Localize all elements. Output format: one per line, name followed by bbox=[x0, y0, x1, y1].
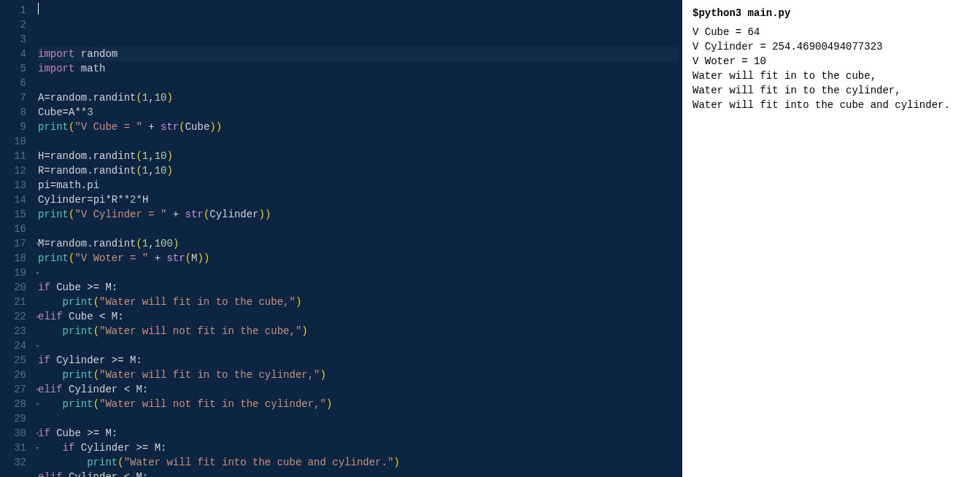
code-line[interactable]: R=random.randint(1,10) bbox=[38, 163, 678, 178]
line-number: 5 bbox=[0, 61, 34, 76]
code-line[interactable]: if Cylinder >= M: bbox=[38, 353, 678, 368]
code-line[interactable]: print("Water will not fit in the cylinde… bbox=[38, 397, 678, 411]
line-number: 3 bbox=[0, 32, 34, 47]
code-line[interactable]: if Cube >= M: bbox=[38, 280, 678, 295]
line-number: 23 bbox=[0, 324, 34, 338]
line-number: 25 bbox=[0, 353, 34, 368]
output-line: V Cube = 64 bbox=[692, 25, 970, 39]
line-number: 7 bbox=[0, 90, 34, 105]
code-line[interactable] bbox=[38, 411, 678, 426]
code-editor[interactable]: 1234567891011121314151617181920212223242… bbox=[0, 0, 682, 477]
line-number: 22 bbox=[0, 309, 34, 324]
terminal-output[interactable]: $python3 main.py V Cube = 64V Cylinder =… bbox=[682, 0, 980, 477]
code-line[interactable] bbox=[38, 222, 678, 236]
code-line[interactable]: M=random.randint(1,100) bbox=[38, 236, 678, 251]
code-line[interactable]: print("Water will fit in to the cylinder… bbox=[38, 368, 678, 382]
line-number: 16 bbox=[0, 222, 34, 236]
code-line[interactable]: H=random.randint(1,10) bbox=[38, 149, 678, 163]
line-number: 29 bbox=[0, 411, 34, 426]
line-number: 2 bbox=[0, 18, 34, 32]
line-number: 27 bbox=[0, 382, 34, 397]
terminal-lines: V Cube = 64V Cylinder = 254.469004940773… bbox=[692, 25, 970, 112]
line-number: 13 bbox=[0, 178, 34, 193]
text-cursor bbox=[38, 3, 39, 15]
code-line[interactable] bbox=[38, 338, 678, 353]
line-number: 12 bbox=[0, 163, 34, 178]
line-number: 30 bbox=[0, 426, 34, 441]
code-line[interactable]: print("Water will fit into the cube and … bbox=[38, 455, 678, 470]
code-line[interactable]: if Cube >= M: bbox=[38, 426, 678, 441]
line-number: 24 bbox=[0, 338, 34, 353]
code-line[interactable]: A=random.randint(1,10) bbox=[38, 90, 678, 105]
code-line[interactable]: Cube=A**3 bbox=[38, 105, 678, 120]
code-line[interactable]: if Cylinder >= M: bbox=[38, 441, 678, 455]
code-line[interactable]: print("V Cube = " + str(Cube)) bbox=[38, 120, 678, 134]
line-number: 14 bbox=[0, 193, 34, 207]
line-number: 21 bbox=[0, 295, 34, 309]
line-number: 4 bbox=[0, 47, 34, 61]
output-line: Water will fit in to the cylinder, bbox=[692, 83, 970, 98]
output-line: Water will fit into the cube and cylinde… bbox=[692, 98, 970, 112]
terminal-command: $python3 main.py bbox=[692, 6, 970, 20]
line-number: 32 bbox=[0, 455, 34, 470]
code-line[interactable]: print("Water will fit in to the cube,") bbox=[38, 295, 678, 309]
line-number: 18 bbox=[0, 251, 34, 265]
code-line[interactable]: elif Cylinder < M: bbox=[38, 382, 678, 397]
line-number: 28 bbox=[0, 397, 34, 411]
line-number: 17 bbox=[0, 236, 34, 251]
line-number: 15 bbox=[0, 207, 34, 222]
code-line[interactable]: import math bbox=[38, 61, 678, 76]
code-line[interactable] bbox=[38, 134, 678, 149]
output-line: V Woter = 10 bbox=[692, 54, 970, 69]
code-line[interactable]: print("Water will not fit in the cube,") bbox=[38, 324, 678, 338]
line-number: 8 bbox=[0, 105, 34, 120]
line-number: 1 bbox=[0, 3, 34, 18]
line-number: 10 bbox=[0, 134, 34, 149]
code-line[interactable]: pi=math.pi bbox=[38, 178, 678, 193]
code-line[interactable]: elif Cube < M: bbox=[38, 309, 678, 324]
line-number: 26 bbox=[0, 368, 34, 382]
line-number: 19 bbox=[0, 265, 34, 280]
code-line[interactable]: elif Cylinder < M: bbox=[38, 470, 678, 477]
code-line[interactable] bbox=[38, 265, 678, 280]
output-line: V Cylinder = 254.46900494077323 bbox=[692, 39, 970, 54]
code-line[interactable]: print("V Cylinder = " + str(Cylinder)) bbox=[38, 207, 678, 222]
line-number: 6 bbox=[0, 76, 34, 90]
code-line[interactable]: print("V Woter = " + str(M)) bbox=[38, 251, 678, 265]
line-number-gutter: 1234567891011121314151617181920212223242… bbox=[0, 0, 34, 477]
line-number: 11 bbox=[0, 149, 34, 163]
line-number: 31 bbox=[0, 441, 34, 455]
code-line[interactable]: Cylinder=pi*R**2*H bbox=[38, 193, 678, 207]
code-line[interactable] bbox=[38, 76, 678, 90]
line-number: 20 bbox=[0, 280, 34, 295]
code-line[interactable]: import random bbox=[38, 47, 678, 61]
code-area[interactable]: import randomimport mathA=random.randint… bbox=[34, 0, 678, 477]
line-number: 9 bbox=[0, 120, 34, 134]
output-line: Water will fit in to the cube, bbox=[692, 69, 970, 83]
